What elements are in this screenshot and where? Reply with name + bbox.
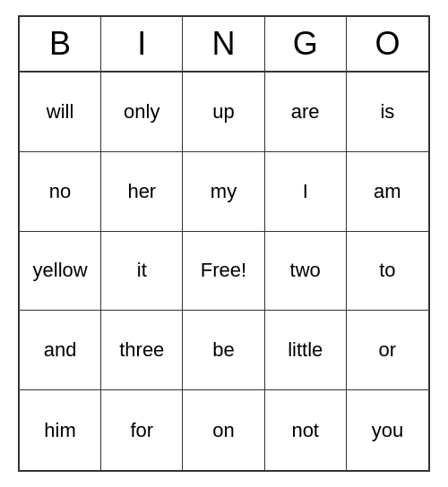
bingo-cell: not	[265, 390, 347, 470]
bingo-cell: and	[20, 311, 101, 390]
bingo-cell: him	[20, 390, 101, 470]
header-n: N	[183, 17, 264, 71]
bingo-cell: no	[20, 152, 101, 232]
bingo-cell: is	[347, 73, 428, 152]
bingo-card: B I N G O willonlyupareisnohermyIamyello…	[18, 15, 430, 472]
bingo-cell: you	[347, 390, 428, 470]
bingo-cell: her	[101, 152, 183, 232]
header-i: I	[101, 17, 183, 71]
bingo-cell: or	[347, 311, 428, 390]
bingo-cell: up	[183, 73, 264, 152]
bingo-cell: will	[20, 73, 101, 152]
header-g: G	[265, 17, 347, 71]
bingo-cell: yellow	[20, 232, 101, 312]
bingo-cell: be	[183, 311, 264, 390]
bingo-cell: Free!	[183, 232, 264, 312]
bingo-cell: are	[265, 73, 347, 152]
bingo-cell: little	[265, 311, 347, 390]
header-b: B	[20, 17, 101, 71]
bingo-cell: three	[101, 311, 183, 390]
bingo-cell: am	[347, 152, 428, 232]
bingo-cell: to	[347, 232, 428, 312]
bingo-cell: on	[183, 390, 264, 470]
bingo-cell: two	[265, 232, 347, 312]
bingo-cell: it	[101, 232, 183, 312]
bingo-cell: I	[265, 152, 347, 232]
bingo-cell: for	[101, 390, 183, 470]
header-o: O	[347, 17, 428, 71]
bingo-header: B I N G O	[20, 17, 428, 73]
bingo-cell: my	[183, 152, 264, 232]
bingo-grid: willonlyupareisnohermyIamyellowitFree!tw…	[20, 73, 428, 470]
bingo-cell: only	[101, 73, 183, 152]
